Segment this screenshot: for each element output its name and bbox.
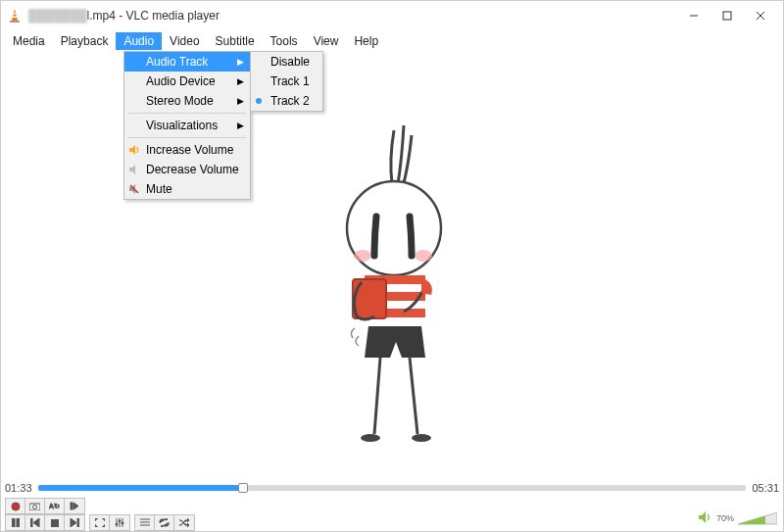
minimize-button[interactable]	[677, 4, 710, 27]
pause-button[interactable]	[6, 515, 25, 530]
extended-settings-button[interactable]	[110, 515, 129, 530]
svg-line-16	[374, 358, 380, 434]
time-elapsed: 01:33	[5, 482, 32, 494]
playback-group	[5, 514, 85, 531]
svg-rect-34	[51, 519, 59, 527]
menuitem-audio-device[interactable]: Audio Device▶	[124, 72, 250, 91]
menu-video[interactable]: Video	[162, 32, 207, 50]
submenu-arrow-icon: ▶	[237, 121, 244, 130]
svg-point-42	[122, 522, 123, 524]
svg-point-10	[415, 250, 432, 262]
svg-rect-5	[723, 12, 731, 20]
video-canvas[interactable]	[2, 52, 782, 479]
volume-percent: 70%	[716, 513, 734, 523]
svg-line-17	[410, 358, 417, 434]
playlist-group	[134, 514, 195, 531]
titlebar: ███████l.mp4 - VLC media player	[1, 1, 783, 30]
svg-rect-31	[17, 518, 20, 527]
speaker-icon[interactable]	[699, 511, 712, 525]
svg-marker-0	[12, 9, 18, 21]
svg-point-9	[354, 250, 371, 262]
stop-button[interactable]	[45, 515, 65, 530]
submenu-arrow-icon: ▶	[237, 76, 244, 86]
menuitem-audio-track[interactable]: Audio Track▶	[124, 52, 250, 72]
frame-step-button[interactable]	[65, 499, 84, 513]
close-button[interactable]	[744, 4, 777, 27]
fullscreen-button[interactable]	[90, 515, 110, 530]
menuitem-increase-volume[interactable]: Increase Volume	[124, 140, 250, 160]
next-button[interactable]	[65, 515, 84, 530]
menuitem-track-disable[interactable]: Disable	[251, 52, 322, 72]
volume-slider[interactable]	[738, 511, 777, 525]
svg-marker-29	[74, 503, 78, 509]
view-group	[89, 514, 130, 531]
menu-separator	[128, 113, 246, 114]
svg-point-40	[116, 523, 118, 525]
window-title: ███████l.mp4 - VLC media player	[28, 9, 220, 23]
controls-row: A↻ 70%	[3, 498, 781, 531]
menuitem-track-2[interactable]: Track 2	[251, 91, 322, 111]
playlist-button[interactable]	[135, 515, 155, 530]
shuffle-button[interactable]	[174, 515, 194, 530]
record-group: A↻	[5, 498, 85, 514]
svg-rect-28	[71, 503, 73, 509]
menu-media[interactable]: Media	[5, 32, 53, 50]
svg-rect-1	[13, 13, 17, 15]
menu-separator	[128, 137, 246, 138]
volume-up-icon	[127, 143, 141, 157]
svg-rect-36	[77, 518, 79, 527]
maximize-button[interactable]	[710, 4, 744, 27]
svg-point-24	[12, 503, 20, 510]
atob-loop-button[interactable]: A↻	[45, 499, 65, 513]
svg-rect-2	[13, 17, 18, 19]
svg-marker-46	[699, 511, 706, 523]
menuitem-visualizations[interactable]: Visualizations▶	[124, 116, 250, 135]
menubar: Media Playback Audio Video Subtitle Tool…	[1, 30, 783, 52]
audio-menu-dropdown: Audio Track▶ Audio Device▶ Stereo Mode▶ …	[123, 51, 251, 200]
volume-down-icon	[127, 163, 141, 176]
menu-audio[interactable]: Audio	[116, 32, 162, 50]
mute-icon	[127, 182, 141, 196]
seek-row: 01:33 05:31	[5, 479, 779, 497]
menu-subtitle[interactable]: Subtitle	[208, 32, 263, 50]
menu-view[interactable]: View	[306, 32, 347, 50]
svg-rect-32	[30, 518, 32, 527]
menuitem-track-1[interactable]: Track 1	[251, 72, 322, 91]
seek-fill	[38, 485, 244, 491]
seek-thumb[interactable]	[238, 483, 248, 493]
menu-tools[interactable]: Tools	[263, 32, 306, 50]
seek-slider[interactable]	[38, 485, 747, 491]
svg-marker-21	[129, 165, 135, 174]
snapshot-button[interactable]	[25, 499, 45, 513]
svg-point-18	[361, 434, 380, 442]
volume-area: 70%	[699, 511, 777, 525]
svg-rect-3	[10, 21, 20, 23]
menu-help[interactable]: Help	[346, 32, 386, 50]
svg-marker-20	[129, 145, 135, 155]
svg-rect-30	[12, 518, 15, 527]
svg-point-26	[33, 506, 37, 509]
submenu-arrow-icon: ▶	[237, 57, 244, 67]
menuitem-decrease-volume[interactable]: Decrease Volume	[124, 160, 250, 179]
menu-playback[interactable]: Playback	[53, 32, 117, 50]
loop-button[interactable]	[155, 515, 174, 530]
time-total: 05:31	[752, 482, 779, 494]
svg-point-41	[119, 520, 121, 522]
prev-button[interactable]	[25, 515, 45, 530]
vlc-cone-icon	[7, 8, 23, 24]
video-frame-illustration	[296, 111, 492, 479]
svg-text:A↻: A↻	[49, 503, 60, 509]
menuitem-mute[interactable]: Mute	[124, 179, 250, 199]
audio-track-submenu: Disable Track 1 Track 2	[250, 51, 323, 112]
record-button[interactable]	[6, 499, 25, 513]
svg-point-19	[412, 434, 431, 442]
menuitem-stereo-mode[interactable]: Stereo Mode▶	[124, 91, 250, 111]
svg-marker-35	[71, 518, 76, 527]
submenu-arrow-icon: ▶	[237, 96, 244, 106]
svg-marker-33	[33, 518, 39, 527]
